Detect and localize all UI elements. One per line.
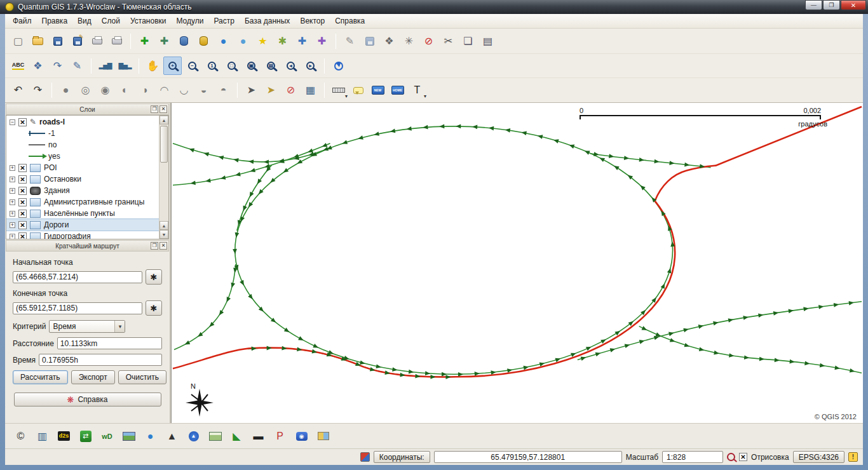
- reshape-features-button[interactable]: ◠: [155, 81, 173, 100]
- scroll-down-button[interactable]: ▼: [159, 230, 168, 239]
- downloader-plugin-button[interactable]: wD: [98, 427, 116, 445]
- zoom-full-extent-button[interactable]: □: [222, 57, 241, 75]
- render-checkbox[interactable]: ✕: [739, 453, 747, 461]
- simplify-feature-button[interactable]: ●: [57, 81, 75, 100]
- move-label-button[interactable]: ❖: [29, 57, 47, 75]
- coordinates-input[interactable]: 65.479159,57.128801: [434, 451, 622, 463]
- delete-selected-button[interactable]: ⊘: [419, 32, 438, 50]
- layer-visibility-checkbox[interactable]: ✕: [18, 118, 27, 126]
- zoom-last-button[interactable]: ◂: [281, 57, 300, 75]
- map-tips-button[interactable]: [349, 81, 367, 100]
- maximize-button[interactable]: ❐: [823, 0, 840, 10]
- layer-item[interactable]: +✕POI: [6, 162, 159, 173]
- expand-icon[interactable]: +: [10, 165, 15, 171]
- diagram-histogram-button[interactable]: ▂▅▇: [96, 57, 114, 75]
- menu-layer[interactable]: Слой: [97, 15, 125, 27]
- menu-raster[interactable]: Растр: [208, 15, 239, 27]
- chart-plugin-button[interactable]: [206, 427, 224, 445]
- layers-scrollbar[interactable]: ▲ ▲ ▼: [159, 116, 168, 239]
- add-wms-layer-button[interactable]: ●: [214, 32, 233, 50]
- layer-item[interactable]: +✕Населённые пункты: [6, 208, 159, 219]
- add-raster-layer-button[interactable]: ✚: [155, 32, 173, 50]
- pin-plugin-button[interactable]: P: [271, 427, 289, 445]
- add-spatialite-layer-button[interactable]: [194, 32, 213, 50]
- layer-item[interactable]: +✕Остановки: [6, 173, 159, 185]
- add-gps-layer-button[interactable]: ✚: [313, 32, 331, 50]
- scroll-up-button[interactable]: ▲: [159, 116, 168, 124]
- coordinates-toggle-button[interactable]: Координаты:: [374, 451, 430, 463]
- pan-map-button[interactable]: ✋: [144, 57, 162, 75]
- layer-item[interactable]: −✕✎roads-l: [6, 116, 159, 128]
- expand-icon[interactable]: +: [10, 199, 15, 205]
- delete-part-button[interactable]: ◑: [135, 81, 154, 100]
- copy-features-button[interactable]: ❏: [459, 32, 477, 50]
- float-panel-button[interactable]: ❐: [151, 105, 158, 113]
- add-delimited-text-layer-button[interactable]: ✚: [293, 32, 311, 50]
- rotate-label-button[interactable]: ↷: [48, 57, 67, 75]
- d2s-plugin-button[interactable]: d2s: [55, 427, 73, 445]
- layer-visibility-checkbox[interactable]: ✕: [18, 221, 27, 229]
- save-project-button[interactable]: [48, 32, 67, 50]
- extents-icon[interactable]: [360, 452, 370, 462]
- scroll-up-button-2[interactable]: ▲: [159, 221, 168, 230]
- expand-icon[interactable]: +: [10, 188, 15, 194]
- cut-features-button[interactable]: ✂: [439, 32, 458, 50]
- menu-plugins[interactable]: Модули: [171, 15, 208, 27]
- add-vector-layer-button[interactable]: ✚: [135, 32, 154, 50]
- capture-end-point-button[interactable]: ✱: [146, 300, 162, 316]
- toggle-editing-button[interactable]: ✎: [341, 32, 359, 50]
- criterion-select[interactable]: Время ▾: [49, 320, 125, 333]
- layer-visibility-checkbox[interactable]: ✕: [18, 210, 27, 218]
- zoom-in-button[interactable]: +: [163, 57, 182, 75]
- labeling-button[interactable]: ABC: [9, 57, 27, 75]
- clear-button[interactable]: Очистить: [118, 370, 166, 384]
- float-panel-button[interactable]: ❐: [151, 242, 158, 250]
- start-point-input[interactable]: (65.4668,57.1214): [13, 271, 142, 283]
- add-part-button[interactable]: ◉: [96, 81, 114, 100]
- viewer-plugin-button[interactable]: ◉: [292, 427, 311, 445]
- paste-features-button[interactable]: ▤: [478, 32, 497, 50]
- log-messages-icon[interactable]: !: [848, 452, 858, 462]
- layer-visibility-checkbox[interactable]: ✕: [18, 198, 27, 206]
- open-project-button[interactable]: [29, 32, 47, 50]
- distance-input[interactable]: 10.1133km: [57, 337, 162, 349]
- text-annotation-button[interactable]: T▾: [408, 81, 426, 100]
- scale-ruler-plugin-button[interactable]: ▬: [249, 427, 268, 445]
- delete-ring-button[interactable]: ◐: [116, 81, 134, 100]
- new-project-button[interactable]: ▢: [9, 32, 27, 50]
- layer-visibility-checkbox[interactable]: ✕: [18, 164, 27, 172]
- collapse-icon[interactable]: −: [10, 119, 15, 125]
- close-panel-button[interactable]: ✕: [159, 105, 167, 113]
- layer-item[interactable]: +✕Гидрография: [6, 231, 159, 239]
- menu-help[interactable]: Справка: [330, 15, 370, 27]
- add-ring-button[interactable]: ◎: [76, 81, 95, 100]
- menu-vector[interactable]: Вектор: [295, 15, 330, 27]
- menu-file[interactable]: Файл: [8, 15, 37, 27]
- layer-item[interactable]: +✕Дороги: [6, 219, 159, 231]
- export-button[interactable]: Экспорт: [71, 370, 115, 384]
- refresh-map-button[interactable]: [329, 57, 348, 75]
- new-bookmark-button[interactable]: NEW: [369, 81, 387, 100]
- capture-start-point-button[interactable]: ✱: [146, 269, 162, 285]
- time-input[interactable]: 0.176955h: [39, 354, 162, 366]
- rotate-point-symbols-button[interactable]: ◓: [214, 81, 233, 100]
- add-wfs-layer-button[interactable]: ●: [234, 32, 252, 50]
- change-label-properties-button[interactable]: ✎: [68, 57, 86, 75]
- layer-visibility-checkbox[interactable]: ✕: [18, 187, 27, 195]
- compass-plugin-button[interactable]: ▲: [184, 427, 203, 445]
- processing-plugin-button[interactable]: ⇄: [76, 427, 95, 445]
- mapserver-export-button[interactable]: ★: [254, 32, 272, 50]
- zoom-to-selection-button[interactable]: ▣: [242, 57, 261, 75]
- layer-item[interactable]: -1: [6, 128, 159, 139]
- layer-item[interactable]: +✕Здания: [6, 185, 159, 196]
- undo-button[interactable]: ↶: [9, 81, 27, 100]
- expand-icon[interactable]: +: [10, 177, 15, 182]
- expand-icon[interactable]: +: [10, 211, 15, 217]
- expand-icon[interactable]: +: [10, 234, 15, 239]
- scale-input[interactable]: 1:828: [662, 451, 723, 463]
- layer-visibility-checkbox[interactable]: ✕: [18, 175, 27, 184]
- calculate-button[interactable]: Рассчитать: [13, 370, 68, 384]
- graduated-table-plugin-button[interactable]: ▥: [33, 427, 51, 445]
- menu-view[interactable]: Вид: [72, 15, 97, 27]
- globe-plugin-button[interactable]: ●: [141, 427, 159, 445]
